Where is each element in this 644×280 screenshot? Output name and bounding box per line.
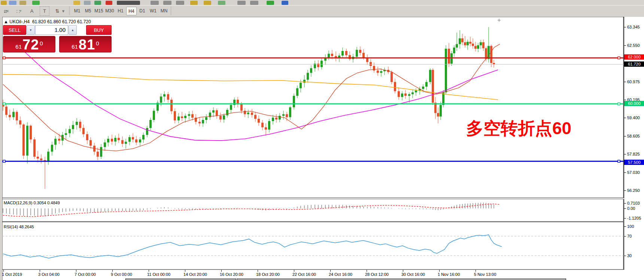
time-tick <box>221 270 222 272</box>
sell-price-display[interactable]: 61720 <box>3 36 55 52</box>
autotrade-stub[interactable] <box>117 1 140 5</box>
time-tick <box>476 270 476 272</box>
time-label: 3 Oct 04:00 <box>38 272 60 277</box>
price-badge-61.720: 61.720 <box>624 61 644 67</box>
minimized-window-stub[interactable] <box>125 279 236 280</box>
time-label: 9 Oct 00:00 <box>111 272 132 277</box>
volume-decrease-button[interactable]: ▼ <box>27 25 35 35</box>
fibonacci-icon[interactable]: ⸬F <box>14 6 24 16</box>
time-tick <box>3 270 4 272</box>
collapse-arrow-icon[interactable]: ▲ <box>4 19 9 24</box>
timeframe-m5[interactable]: M5 <box>83 7 93 15</box>
text-label-icon[interactable]: A <box>27 6 37 16</box>
time-label: 7 Oct 00:00 <box>75 272 96 277</box>
price-tick-label: 56.250 <box>627 188 640 193</box>
alert-icon[interactable] <box>106 1 112 5</box>
macd-tick-label: -1.1205 <box>627 216 641 220</box>
arrows-dropdown-icon[interactable]: ▾ <box>61 6 66 16</box>
draw-channel-icon[interactable]: ⧄E <box>1 6 11 16</box>
time-tick <box>40 270 40 272</box>
time-tick <box>76 270 76 272</box>
time-tick <box>439 270 440 272</box>
buy-button[interactable]: BUY <box>86 25 112 35</box>
timeframe-h4[interactable]: H4 <box>126 7 137 15</box>
time-label: 28 Oct 12:00 <box>365 272 389 277</box>
price-tick-label: 57.825 <box>627 152 640 156</box>
axis-tick <box>624 100 626 100</box>
toolbar-separator <box>170 7 171 15</box>
time-label: 30 Oct 16:00 <box>401 272 425 277</box>
sell-button[interactable]: SELL <box>3 25 26 35</box>
volume-increase-button[interactable]: ▲ <box>69 25 77 35</box>
macd-panel[interactable] <box>2 199 624 222</box>
globe-icon[interactable] <box>94 1 101 5</box>
zoom-in-icon[interactable] <box>190 1 198 5</box>
price-tick-label: 62.550 <box>627 43 640 48</box>
time-tick <box>367 270 367 272</box>
toolbar-separator <box>69 7 70 15</box>
rsi-tick-label: 100 <box>627 224 634 229</box>
candle-chart-icon[interactable] <box>163 1 171 5</box>
macd-tick-label: 0.7103 <box>627 201 640 205</box>
chart-toolbar: ⧄E ⸬F A T ⇅ ▾ M1M5M15M30H1H4D1W1MN <box>0 6 644 17</box>
axis-tick <box>624 82 626 82</box>
timeframe-w1[interactable]: W1 <box>148 7 158 15</box>
line-chart-icon[interactable] <box>176 1 184 5</box>
axis-tick <box>624 154 626 154</box>
timeframe-m15[interactable]: M15 <box>94 7 104 15</box>
timeframe-h1[interactable]: H1 <box>115 7 126 15</box>
minimized-window-stub[interactable] <box>237 279 566 280</box>
price-tick-label: 58.605 <box>627 134 640 138</box>
main-toolbar-cropped <box>0 0 644 6</box>
rsi-tick-label: 70 <box>627 234 632 238</box>
axis-tick <box>624 190 626 191</box>
arrange2-icon[interactable] <box>250 1 258 5</box>
timeframe-m1[interactable]: M1 <box>72 7 82 15</box>
add-indicator-icon[interactable] <box>32 1 40 5</box>
time-label: 11 Oct 00:00 <box>147 272 170 277</box>
time-label: 22 Oct 16:00 <box>292 272 316 277</box>
new-chart-icon[interactable] <box>9 1 16 5</box>
arrange-icon[interactable] <box>237 1 246 5</box>
axis-tick <box>624 118 626 118</box>
rsi-axis: 1007030 <box>624 222 644 270</box>
time-label: 1 Nov 16:00 <box>438 272 460 277</box>
one-click-trading-panel: SELL ▼ 1.00 ▲ BUY 61720 61810 <box>3 25 112 54</box>
add-symbol-icon[interactable] <box>267 1 274 5</box>
price-tick-label: 57.030 <box>627 170 640 175</box>
refresh-icon[interactable] <box>282 1 288 5</box>
database-icon[interactable] <box>84 1 91 5</box>
time-tick <box>330 270 331 272</box>
price-badge-62.000: 62.000 <box>624 54 644 60</box>
template-diamond-icon[interactable] <box>73 1 80 5</box>
favorites-icon[interactable] <box>1 1 7 5</box>
timeframe-mn[interactable]: MN <box>159 7 169 15</box>
time-tick <box>258 270 258 272</box>
text-box-icon[interactable]: T <box>40 6 49 16</box>
rsi-label: RSI(14) 48.2645 <box>4 225 34 229</box>
rsi-tick-label: 30 <box>627 253 632 258</box>
symbol-title: ▲ UKOil-,H4 61.820 61.860 61.720 61.720 <box>4 19 91 24</box>
price-badge-57.500: 57.500 <box>624 160 644 165</box>
bar-chart-icon[interactable] <box>151 1 159 5</box>
timeframe-d1[interactable]: D1 <box>137 7 148 15</box>
price-axis[interactable]: 63.34562.55060.97560.19559.40058.60557.8… <box>624 17 644 198</box>
buy-price-display[interactable]: 61810 <box>59 36 112 52</box>
time-label: 24 Oct 16:00 <box>329 272 352 277</box>
macd-label: MACD(12,26,9) 0.3054 0.4849 <box>4 201 60 205</box>
timeframe-m30[interactable]: M30 <box>104 7 115 15</box>
price-tick-label: 63.345 <box>627 25 640 29</box>
price-badge-60.000: 60.000 <box>624 101 644 106</box>
macd-axis: 0.71030.00-1.1205 <box>624 199 644 222</box>
volume-input[interactable]: 1.00 <box>35 25 68 35</box>
search-icon[interactable] <box>19 1 26 5</box>
rsi-panel[interactable] <box>2 222 624 270</box>
zoom-out-icon[interactable] <box>204 1 211 5</box>
tile-windows-icon[interactable] <box>218 1 225 5</box>
price-tick-label: 59.400 <box>627 115 640 120</box>
axis-tick <box>624 136 626 136</box>
time-tick <box>403 270 403 272</box>
time-tick <box>185 270 185 272</box>
chart-annotation: 多空转折点60 <box>466 117 571 140</box>
price-tick-label: 60.975 <box>627 79 640 84</box>
